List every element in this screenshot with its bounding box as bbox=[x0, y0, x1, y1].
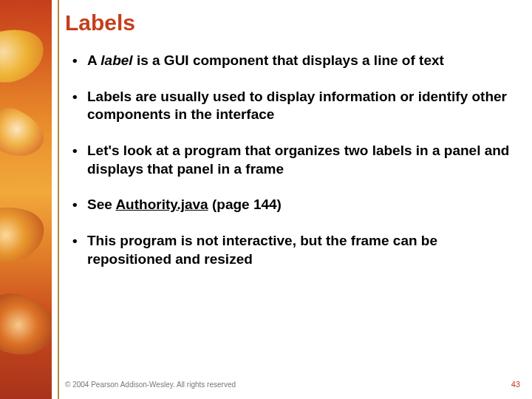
footer-page-number: 43 bbox=[511, 380, 520, 389]
slide-title: Labels bbox=[65, 10, 520, 35]
leaf-icon bbox=[0, 286, 52, 365]
bullet-list: A label is a GUI component that displays… bbox=[68, 52, 520, 269]
bullet-text: Let's look at a program that organizes t… bbox=[87, 143, 509, 177]
bullet-item: A label is a GUI component that displays… bbox=[68, 52, 520, 70]
code-reference-link: Authority.java bbox=[115, 197, 208, 212]
leaf-icon bbox=[0, 100, 51, 166]
bullet-text: See bbox=[87, 197, 115, 212]
leaf-icon bbox=[0, 202, 48, 267]
bullet-text: This program is not interactive, but the… bbox=[87, 233, 437, 267]
slide: Labels A label is a GUI component that d… bbox=[0, 0, 532, 399]
bullet-text: Labels are usually used to display infor… bbox=[87, 89, 507, 123]
bullet-item: See Authority.java (page 144) bbox=[68, 196, 520, 214]
bullet-text: is a GUI component that displays a line … bbox=[133, 52, 444, 68]
bullet-text: (page 144) bbox=[208, 197, 282, 212]
bullet-text: A bbox=[87, 52, 100, 68]
sidebar-decorative bbox=[0, 0, 52, 399]
content-area: Labels A label is a GUI component that d… bbox=[65, 10, 520, 399]
leaf-icon bbox=[0, 22, 50, 89]
bullet-item: Labels are usually used to display infor… bbox=[68, 88, 520, 124]
footer-copyright: © 2004 Pearson Addison-Wesley. All right… bbox=[65, 381, 236, 389]
vertical-rule bbox=[58, 0, 59, 399]
bullet-item: This program is not interactive, but the… bbox=[68, 232, 520, 268]
bullet-emphasis: label bbox=[100, 52, 132, 68]
bullet-item: Let's look at a program that organizes t… bbox=[68, 142, 520, 178]
